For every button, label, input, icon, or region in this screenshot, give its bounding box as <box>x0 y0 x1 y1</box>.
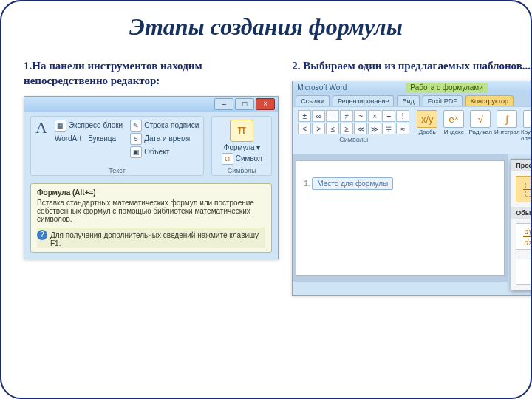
columns: 1.На панели инструментов находим непосре… <box>24 58 508 296</box>
tooltip-title: Формула (Alt+=) <box>37 188 265 197</box>
group-symbols: π Формула▾ ΩСимвол Символы <box>211 116 272 176</box>
sym[interactable]: < <box>298 123 311 134</box>
symbol-gallery[interactable]: ± ∞ = ≠ ~ × ÷ ! < > ≤ ≥ ≪ <box>298 110 409 143</box>
quickparts-button[interactable]: ▦Экспресс-блоки <box>55 120 123 132</box>
group-text: A ▦Экспресс-блоки WordArt Буквица ✎Строк… <box>30 116 204 176</box>
struct-script[interactable]: eˣИндекс <box>442 110 466 135</box>
ribbon: A ▦Экспресс-блоки WordArt Буквица ✎Строк… <box>24 112 278 177</box>
document-area: 1. Место для формулы <box>293 154 508 282</box>
object-button[interactable]: ▣Объект <box>130 146 199 158</box>
struct-large-op[interactable]: ΣКрупный оператор <box>522 110 532 142</box>
contextual-tab-title: Работа с формулами <box>406 83 488 92</box>
pi-icon: π <box>230 120 253 142</box>
ribbon-tabs: Ссылки Рецензирование Вид Foxit PDF Конс… <box>293 93 532 106</box>
sym[interactable]: ∞ <box>312 110 325 122</box>
app-name: Microsoft Word <box>297 83 347 92</box>
tooltip-hint: Для получения дополнительных сведений на… <box>37 228 265 248</box>
sym[interactable]: > <box>312 123 325 134</box>
sym[interactable]: ~ <box>354 110 367 122</box>
screenshot-1: – □ × A ▦Экспресс-блоки WordArt Буквица <box>24 96 279 259</box>
frac-pi2[interactable]: π2 <box>516 259 532 285</box>
document-page: 1. Место для формулы <box>296 160 505 276</box>
group-symbols-label: Символы <box>212 167 271 174</box>
struct-fraction[interactable]: x/yДробь <box>415 110 439 135</box>
symbol-group-label: Символы <box>298 136 409 143</box>
tooltip-body: Вставка стандартных математических форму… <box>37 199 265 223</box>
group-text-label: Текст <box>31 167 203 174</box>
symbol-button[interactable]: ΩСимвол <box>222 153 262 165</box>
formula-button[interactable]: Формула▾ <box>224 143 260 151</box>
sym[interactable]: × <box>368 110 381 122</box>
fraction-dropdown: Простая дробь / ∕ Обычная простая дробь … <box>511 159 532 290</box>
close-button[interactable]: × <box>256 98 275 110</box>
sym[interactable]: ! <box>396 110 409 122</box>
screenshot-2: Microsoft Word Работа с формулами Ссылки… <box>292 81 532 296</box>
frac-template-stacked[interactable] <box>516 176 532 202</box>
step2-caption: 2. Выбираем один из предлагаемых шаблоно… <box>292 58 532 73</box>
structures-gallery: x/yДробь eˣИндекс √Радикал ∫Интеграл ΣКр… <box>415 110 532 143</box>
step-1: 1.На панели инструментов находим непосре… <box>24 58 279 296</box>
minimize-button[interactable]: – <box>214 98 233 110</box>
window-titlebar: – □ × <box>24 97 278 112</box>
sym[interactable]: ÷ <box>382 110 395 122</box>
textbox-button[interactable]: A <box>35 120 47 136</box>
tab-view[interactable]: Вид <box>397 95 419 106</box>
doc-and-dropdown: 1. Место для формулы Простая дробь / ∕ О… <box>293 154 532 295</box>
tab-links[interactable]: Ссылки <box>296 95 330 106</box>
sym[interactable]: ≤ <box>326 123 339 134</box>
sym[interactable]: ≥ <box>340 123 353 134</box>
sym[interactable]: ≫ <box>368 123 381 134</box>
wordart-button[interactable]: WordArt Буквица <box>55 134 123 143</box>
sym[interactable]: ≠ <box>340 110 353 122</box>
step-2: 2. Выбираем один из предлагаемых шаблоно… <box>292 58 532 296</box>
tab-design[interactable]: Конструктор <box>466 95 514 106</box>
dd-section-common: Обычная простая дробь <box>511 207 532 219</box>
dd-section-simple: Простая дробь <box>511 160 532 171</box>
app-titlebar: Microsoft Word Работа с формулами <box>293 81 532 93</box>
slide-title: Этапы создания формулы <box>24 13 508 41</box>
signature-line-button[interactable]: ✎Строка подписи <box>130 120 199 132</box>
sym[interactable]: ≈ <box>396 123 409 134</box>
equation-placeholder[interactable]: Место для формулы <box>312 177 393 190</box>
maximize-button[interactable]: □ <box>235 98 254 110</box>
struct-integral[interactable]: ∫Интеграл <box>495 110 519 135</box>
sym[interactable]: = <box>326 110 339 122</box>
tooltip: Формула (Alt+=) Вставка стандартных мате… <box>30 183 272 253</box>
ribbon-design: ± ∞ = ≠ ~ × ÷ ! < > ≤ ≥ ≪ <box>293 106 532 154</box>
datetime-button[interactable]: 5Дата и время <box>130 133 199 145</box>
tab-review[interactable]: Рецензирование <box>332 95 395 106</box>
sym[interactable]: ≪ <box>354 123 367 134</box>
step1-caption: 1.На панели инструментов находим непосре… <box>24 58 279 89</box>
frac-dydx[interactable]: dydx <box>516 223 532 250</box>
slide: Этапы создания формулы 1.На панели инстр… <box>0 0 532 399</box>
struct-radical[interactable]: √Радикал <box>468 110 492 135</box>
sym[interactable]: ∓ <box>382 123 395 134</box>
sym[interactable]: ± <box>298 110 311 122</box>
tab-foxit[interactable]: Foxit PDF <box>423 95 463 106</box>
